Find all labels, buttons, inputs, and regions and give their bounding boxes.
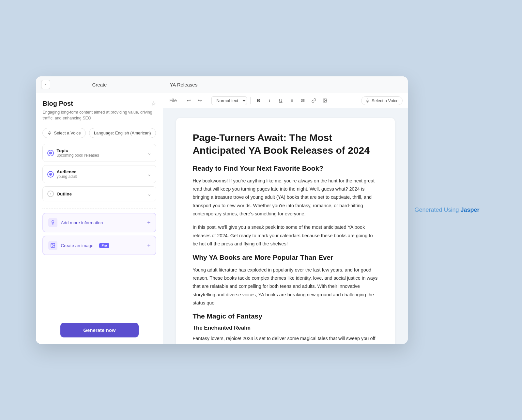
topic-chevron-icon: ⌄	[147, 150, 151, 156]
main-content: Blog Post ☆ Engaging long-form content a…	[36, 93, 408, 344]
doc-heading-1: Page-Turners Await: The Most Anticipated…	[192, 131, 378, 157]
doc-heading-5: The Enchanted Realm	[192, 325, 378, 331]
underline-button[interactable]: U	[276, 96, 285, 105]
bold-button[interactable]: B	[254, 96, 263, 105]
top-bar: ‹ Create YA Releases	[36, 76, 408, 93]
blog-post-desc: Engaging long-form content aimed at prov…	[42, 109, 156, 122]
footer: Generated Using Jasper	[408, 200, 486, 220]
outline-accordion: Outline ⌄	[42, 186, 156, 201]
italic-button[interactable]: I	[265, 96, 274, 105]
svg-point-8	[51, 194, 51, 194]
create-image-icon	[48, 241, 57, 250]
pro-badge: Pro	[99, 243, 109, 248]
image-icon	[50, 243, 55, 248]
outline-accordion-header[interactable]: Outline ⌄	[43, 187, 156, 201]
text-style-select[interactable]: Normal text	[211, 96, 247, 105]
doc-paragraph-1: Hey bookworms! If you're anything like m…	[192, 177, 378, 218]
numbered-list-icon	[300, 98, 305, 103]
sidebar-spacer	[42, 258, 156, 318]
doc-heading-2: Ready to Find Your Next Favorite Book?	[192, 164, 378, 172]
audience-icon	[47, 171, 54, 178]
doc-heading-3: Why YA Books are More Popular Than Ever	[192, 254, 378, 261]
toolbar-separator-2	[208, 97, 208, 104]
topic-icon-svg	[49, 151, 52, 155]
doc-paragraph-4: Fantasy lovers, rejoice! 2024 is set to …	[192, 334, 378, 344]
blog-post-header: Blog Post ☆	[42, 100, 156, 107]
outline-icon	[47, 191, 54, 197]
audience-left: Audience young adult	[47, 169, 77, 179]
toolbar-separator-3	[250, 97, 251, 104]
editor-toolbar: File ↩ ↪ Normal text B I U ≡	[163, 93, 408, 108]
footer-brand: Jasper	[461, 207, 480, 213]
lightbulb-icon	[50, 220, 55, 225]
topic-accordion: Topic upcoming book releases ⌄	[42, 144, 156, 162]
topic-left: Topic upcoming book releases	[47, 148, 99, 158]
audience-chevron-icon: ⌄	[147, 171, 151, 177]
svg-point-11	[52, 244, 53, 245]
star-icon[interactable]: ☆	[151, 100, 156, 107]
add-info-plus-icon: +	[147, 219, 151, 226]
svg-point-16	[324, 100, 325, 100]
select-voice-button[interactable]: Select a Voice	[42, 128, 85, 138]
editor-area: File ↩ ↪ Normal text B I U ≡	[163, 93, 408, 344]
editor-header: YA Releases	[163, 82, 408, 87]
audience-icon-svg	[49, 173, 52, 176]
link-button[interactable]	[309, 96, 318, 105]
redo-button[interactable]: ↪	[195, 96, 205, 105]
blog-post-title: Blog Post	[42, 100, 73, 107]
audience-sublabel: young adult	[56, 174, 77, 179]
divider	[42, 209, 156, 209]
add-info-icon	[48, 218, 57, 227]
topic-icon	[47, 150, 54, 156]
sidebar-header: ‹ Create	[36, 76, 163, 93]
topic-accordion-header[interactable]: Topic upcoming book releases ⌄	[43, 144, 156, 162]
mic-icon	[47, 131, 52, 135]
image-toolbar-button[interactable]	[320, 96, 330, 105]
svg-point-9	[52, 221, 54, 223]
sidebar: Blog Post ☆ Engaging long-form content a…	[36, 93, 163, 344]
generate-btn-wrapper: Generate now	[42, 318, 156, 344]
audience-label: Audience	[56, 169, 77, 174]
topic-labels: Topic upcoming book releases	[56, 148, 99, 158]
audience-accordion-header[interactable]: Audience young adult ⌄	[43, 165, 156, 183]
doc-heading-4: The Magic of Fantasy	[192, 312, 378, 320]
outline-left: Outline	[47, 191, 72, 197]
language-button[interactable]: Language: English (American)	[89, 128, 156, 138]
toolbar-voice-icon	[365, 99, 370, 103]
doc-paragraph-3: Young adult literature has exploded in p…	[192, 266, 378, 307]
add-info-label: Add more information	[61, 220, 103, 225]
create-image-label: Create an image	[61, 243, 93, 248]
audience-accordion: Audience young adult ⌄	[42, 165, 156, 183]
bullet-list-button[interactable]: ≡	[287, 96, 296, 105]
toolbar-separator-1	[181, 97, 181, 104]
create-image-plus-icon: +	[147, 242, 151, 249]
outline-chevron-icon: ⌄	[147, 191, 151, 197]
create-image-button[interactable]: Create an image Pro +	[42, 236, 156, 255]
create-image-left: Create an image Pro	[48, 241, 109, 250]
topic-label: Topic	[56, 148, 99, 153]
editor-paper: Page-Turners Await: The Most Anticipated…	[176, 118, 395, 344]
doc-paragraph-2: In this post, we'll give you a sneak pee…	[192, 223, 378, 248]
toolbar-select-voice[interactable]: Select a Voice	[361, 96, 403, 105]
generate-now-button[interactable]: Generate now	[60, 323, 139, 337]
outline-icon-svg	[49, 192, 52, 195]
add-more-info-button[interactable]: Add more information +	[42, 213, 156, 232]
outline-labels: Outline	[56, 192, 72, 196]
image-toolbar-icon	[323, 98, 327, 103]
link-icon	[312, 98, 316, 103]
svg-rect-17	[367, 99, 368, 101]
outline-label: Outline	[56, 192, 72, 196]
file-button[interactable]: File	[168, 96, 177, 105]
svg-rect-0	[49, 131, 51, 133]
voice-row: Select a Voice Language: English (Americ…	[42, 128, 156, 138]
back-button[interactable]: ‹	[41, 80, 50, 89]
footer-text: Generated Using	[414, 207, 460, 213]
document-title: YA Releases	[170, 82, 197, 87]
undo-button[interactable]: ↩	[184, 96, 193, 105]
topic-sublabel: upcoming book releases	[56, 153, 99, 158]
add-info-left: Add more information	[48, 218, 103, 227]
editor-content[interactable]: Page-Turners Await: The Most Anticipated…	[163, 108, 408, 344]
numbered-list-button[interactable]	[298, 96, 307, 105]
sidebar-title: Create	[92, 82, 107, 87]
audience-labels: Audience young adult	[56, 169, 77, 179]
